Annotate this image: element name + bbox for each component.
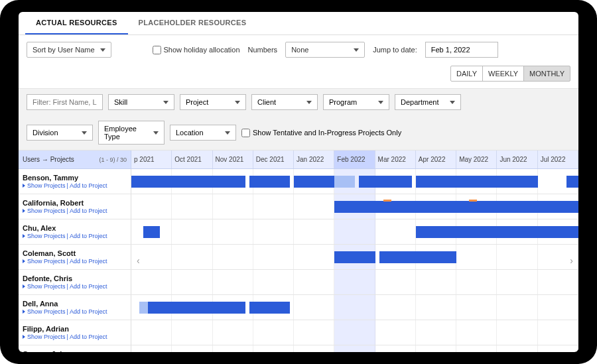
allocation-bar[interactable] (383, 200, 391, 202)
month-col: Jul 2022 (538, 151, 578, 168)
resource-grid: Users → Projects (1 - 9) / 30 p 2021Oct … (19, 151, 578, 352)
chevron-down-icon (153, 131, 159, 135)
filter-program-select[interactable]: Program (323, 94, 389, 110)
view-weekly-button[interactable]: WEEKLY (482, 66, 524, 82)
timeline-cell (131, 345, 578, 352)
user-name: Benson, Tammy (23, 174, 127, 182)
users-projects-label: Users → Projects (23, 156, 74, 163)
allocation-bar[interactable] (416, 226, 456, 238)
allocation-bar[interactable] (416, 176, 538, 188)
timeline-cell (131, 245, 578, 269)
sort-select[interactable]: Sort by User Name (27, 42, 111, 58)
user-cell: Chu, AlexShow Projects | Add to Project (19, 219, 131, 244)
month-col: p 2021 (131, 151, 172, 168)
month-columns: p 2021Oct 2021Nov 2021Dec 2021Jan 2022Fe… (131, 151, 578, 168)
allocation-bar[interactable] (131, 176, 245, 188)
user-actions: Show Projects | Add to Project (23, 208, 127, 214)
expand-icon[interactable] (23, 310, 25, 314)
filter-department-select[interactable]: Department (395, 94, 461, 110)
allocation-bar[interactable] (294, 176, 334, 188)
expand-icon[interactable] (23, 234, 25, 238)
user-cell: Defonte, ChrisShow Projects | Add to Pro… (19, 270, 131, 294)
timeline-cell (131, 219, 578, 244)
allocation-bar[interactable] (379, 251, 424, 263)
user-cell: Benson, TammyShow Projects | Add to Proj… (19, 169, 131, 194)
allocation-bar[interactable] (143, 226, 160, 238)
filter-employee-type-select[interactable]: Employee Type (98, 121, 165, 145)
view-daily-button[interactable]: DAILY (450, 66, 483, 82)
expand-icon[interactable] (23, 284, 25, 288)
numbers-select[interactable]: None (285, 42, 365, 58)
timeline-cell (131, 194, 578, 219)
allocation-bar[interactable] (334, 251, 375, 263)
user-cell: California, RobertShow Projects | Add to… (19, 194, 131, 219)
user-row: Dell, AnnaShow Projects | Add to Project (19, 295, 578, 320)
user-row: Benson, TammyShow Projects | Add to Proj… (19, 169, 578, 194)
tab-placeholder-resources[interactable]: PLACEHOLDER RESOURCES (128, 12, 257, 34)
allocation-bar[interactable] (566, 176, 578, 188)
expand-icon[interactable] (23, 259, 25, 263)
show-holiday-input[interactable] (153, 46, 161, 54)
jump-date-input[interactable] (425, 42, 498, 58)
chevron-down-icon (235, 101, 240, 104)
show-projects-link[interactable]: Show Projects (27, 208, 66, 214)
show-holiday-checkbox[interactable]: Show holiday allocation (153, 46, 240, 54)
show-projects-link[interactable]: Show Projects (27, 233, 66, 239)
allocation-bar[interactable] (469, 200, 477, 202)
tentative-input[interactable] (241, 129, 250, 137)
show-projects-link[interactable]: Show Projects (27, 283, 66, 290)
tentative-checkbox[interactable]: Show Tentative and In-Progress Projects … (241, 129, 401, 137)
filter-client-select[interactable]: Client (251, 94, 318, 110)
show-projects-link[interactable]: Show Projects (27, 334, 66, 340)
filter-location-select[interactable]: Location (170, 125, 236, 141)
show-projects-link[interactable]: Show Projects (27, 182, 66, 189)
filter-skill-select[interactable]: Skill (108, 94, 174, 110)
tentative-label: Show Tentative and In-Progress Projects … (253, 129, 401, 137)
allocation-bar[interactable] (424, 251, 456, 263)
user-actions: Show Projects | Add to Project (23, 233, 127, 239)
allocation-bar[interactable] (456, 226, 578, 238)
view-monthly-button[interactable]: MONTHLY (523, 66, 570, 82)
user-actions: Show Projects | Add to Project (23, 182, 127, 189)
expand-icon[interactable] (23, 184, 25, 188)
numbers-value: None (291, 46, 308, 54)
add-to-project-link[interactable]: Add to Project (70, 208, 107, 214)
jump-date-label: Jump to date: (373, 46, 417, 54)
chevron-down-icon (306, 101, 312, 104)
allocation-bar[interactable] (148, 302, 172, 314)
resource-tabs: ACTUAL RESOURCES PLACEHOLDER RESOURCES (19, 12, 578, 35)
add-to-project-link[interactable]: Add to Project (70, 258, 107, 265)
month-col: Feb 2022 (334, 151, 375, 168)
expand-icon[interactable] (23, 209, 25, 213)
allocation-bar[interactable] (249, 176, 290, 188)
user-cell: Coleman, ScottShow Projects | Add to Pro… (19, 245, 131, 269)
filter-name-input[interactable] (27, 94, 103, 110)
allocation-bar[interactable] (375, 201, 578, 213)
filter-project-select[interactable]: Project (180, 94, 246, 110)
allocation-bar[interactable] (359, 176, 412, 188)
add-to-project-link[interactable]: Add to Project (70, 334, 107, 340)
allocation-bar[interactable] (334, 201, 375, 213)
add-to-project-link[interactable]: Add to Project (70, 308, 107, 315)
timeline-cell (131, 320, 578, 345)
user-name: California, Robert (23, 199, 127, 207)
show-projects-link[interactable]: Show Projects (27, 308, 66, 315)
month-col: Mar 2022 (375, 151, 416, 168)
sort-label: Sort by User Name (33, 46, 95, 54)
user-actions: Show Projects | Add to Project (23, 258, 127, 265)
scroll-left-button[interactable]: ‹ (133, 251, 144, 270)
add-to-project-link[interactable]: Add to Project (70, 283, 107, 290)
scroll-right-button[interactable]: › (566, 251, 577, 270)
allocation-bar[interactable] (249, 302, 290, 314)
user-actions: Show Projects | Add to Project (23, 283, 127, 290)
filter-division-select[interactable]: Division (27, 125, 93, 141)
add-to-project-link[interactable]: Add to Project (70, 182, 107, 189)
user-row: Gomes, JohnShow Projects | Add to Projec… (19, 345, 578, 352)
allocation-bar[interactable] (334, 176, 355, 188)
add-to-project-link[interactable]: Add to Project (70, 233, 107, 239)
expand-icon[interactable] (23, 335, 25, 339)
show-projects-link[interactable]: Show Projects (27, 258, 66, 265)
tab-actual-resources[interactable]: ACTUAL RESOURCES (25, 12, 128, 34)
user-name: Chu, Alex (23, 224, 127, 232)
allocation-bar[interactable] (172, 302, 245, 314)
